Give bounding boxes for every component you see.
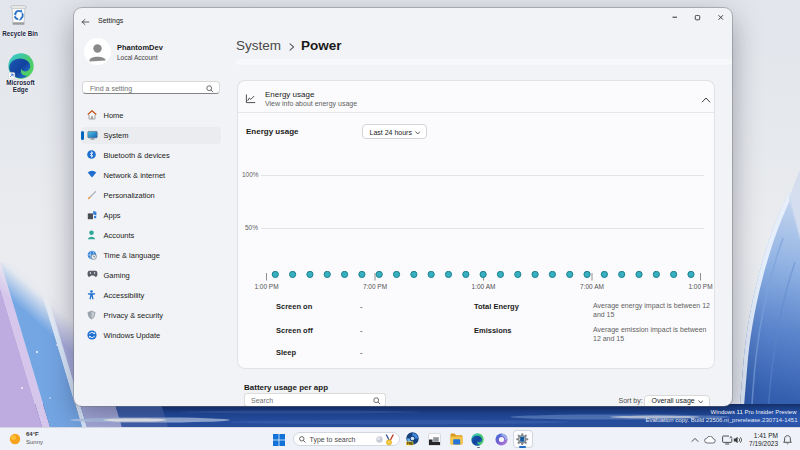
svg-text:PRE: PRE	[407, 442, 413, 446]
